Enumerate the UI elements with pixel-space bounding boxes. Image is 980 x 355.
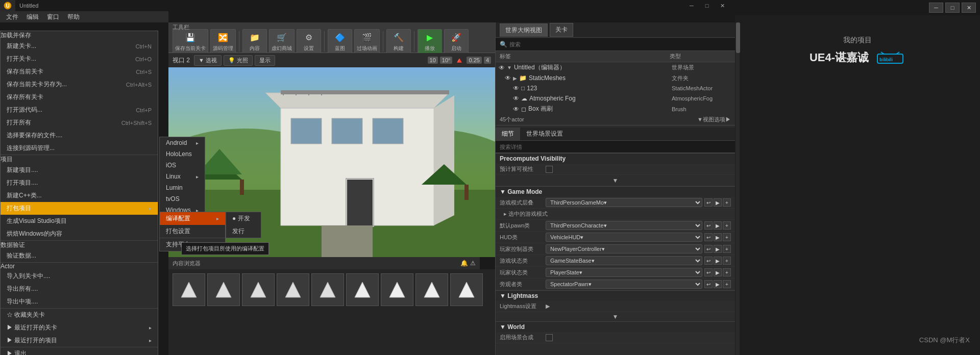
- menu-save-as[interactable]: 保存当前关卡另存为...Ctrl+Alt+S: [1, 78, 158, 91]
- brand-restore-btn[interactable]: □: [945, 3, 960, 13]
- menu-cook-windows[interactable]: 烘焙Windows的内容: [1, 227, 158, 240]
- gs-add-btn[interactable]: +: [723, 257, 731, 265]
- menu-open-project[interactable]: 打开项目....: [1, 176, 158, 189]
- platform-hololens[interactable]: HoloLens: [160, 148, 205, 160]
- ps-add-btn[interactable]: +: [723, 268, 731, 276]
- spec-browse-btn[interactable]: ▶: [714, 280, 722, 288]
- asset-item-8[interactable]: [415, 273, 448, 306]
- compile-release[interactable]: 发行: [226, 225, 261, 238]
- menu-recent-projects[interactable]: ▶ 最近打开的项目▸: [1, 334, 158, 347]
- menu-gen-vs[interactable]: 生成Visual Studio项目: [1, 215, 158, 227]
- spec-add-btn[interactable]: +: [723, 280, 731, 288]
- select-game-state[interactable]: GameStateBase▾: [546, 256, 702, 265]
- menu-open-all[interactable]: 打开所有Ctrl+Shift+S: [1, 116, 158, 129]
- pc-add-btn[interactable]: +: [723, 245, 731, 253]
- gs-browse-btn[interactable]: ▶: [714, 257, 722, 265]
- menu-save-all[interactable]: 保存所有关卡: [1, 91, 158, 104]
- asset-item-7[interactable]: [381, 273, 413, 306]
- asset-item-9[interactable]: [450, 273, 483, 306]
- ps-reset-btn[interactable]: ↩: [704, 268, 713, 276]
- menu-recent-levels[interactable]: ▶ 最近打开的关卡▸: [1, 321, 158, 334]
- gs-reset-btn[interactable]: ↩: [704, 257, 713, 265]
- menu-exit[interactable]: ▶ 退出: [1, 347, 158, 355]
- detail-search-input[interactable]: [500, 144, 731, 150]
- menu-bookmarks[interactable]: ☆ 收藏夹关卡: [1, 309, 158, 321]
- tab-levels[interactable]: 关卡: [550, 23, 573, 37]
- pawn-browse-btn[interactable]: ▶: [714, 221, 722, 230]
- outliner-item-box[interactable]: 👁 ◻ Box 画刷 Brush: [496, 104, 735, 114]
- view-options-btn[interactable]: ▼视图选项▶: [697, 116, 731, 123]
- pawn-add-btn[interactable]: +: [723, 221, 731, 230]
- toolbar-content-btn[interactable]: 📁 内容: [242, 29, 267, 54]
- menu-validate[interactable]: 验证数据...: [1, 249, 158, 262]
- platform-linux[interactable]: Linux▸: [160, 171, 205, 182]
- menu-package-project[interactable]: 打包项目▸: [1, 202, 158, 215]
- compile-config-item[interactable]: 编译配置▸: [160, 212, 225, 225]
- menu-open-level[interactable]: 打开关卡...Ctrl+O: [1, 53, 158, 65]
- spec-reset-btn[interactable]: ↩: [704, 280, 713, 288]
- compile-dev[interactable]: ● 开发: [226, 212, 261, 225]
- pc-reset-btn[interactable]: ↩: [704, 245, 713, 253]
- pawn-reset-btn[interactable]: ↩: [704, 221, 713, 230]
- maximize-button[interactable]: □: [699, 0, 715, 11]
- tab-world-outliner[interactable]: 世界大纲视图: [500, 23, 548, 37]
- brand-close-btn[interactable]: ✕: [962, 3, 976, 13]
- outliner-search-input[interactable]: [509, 41, 731, 47]
- minimize-button[interactable]: ─: [684, 0, 699, 11]
- toolbar-marketplace-btn[interactable]: 🛒 虚幻商城: [269, 29, 295, 54]
- toolbar-play-btn[interactable]: ▶ 播放: [418, 29, 442, 54]
- scroll-thumb[interactable]: [736, 22, 740, 53]
- hud-browse-btn[interactable]: ▶: [714, 233, 722, 241]
- platform-lumin[interactable]: Lumin: [160, 182, 205, 193]
- viewport-show[interactable]: 显示: [255, 55, 275, 66]
- toolbar-blueprint-btn[interactable]: 🔷 蓝图: [328, 29, 352, 54]
- platform-ios[interactable]: iOS: [160, 160, 205, 171]
- ps-browse-btn[interactable]: ▶: [714, 268, 722, 276]
- select-player-controller[interactable]: NewPlayerController▾: [546, 244, 702, 253]
- asset-item-1[interactable]: [173, 273, 205, 306]
- toolbar-launch-btn[interactable]: 🚀 启动: [444, 29, 469, 54]
- brand-minimize-btn[interactable]: ─: [929, 3, 943, 13]
- menu-select-save[interactable]: 选择要保存的文件....: [1, 129, 158, 142]
- outliner-item-untitled[interactable]: 👁 ▼ Untitled（编辑器） 世界场景: [496, 62, 735, 73]
- menu-edit[interactable]: 编辑: [22, 12, 43, 22]
- asset-item-6[interactable]: [346, 273, 379, 306]
- menu-export-all[interactable]: 导出所有....: [1, 283, 158, 295]
- toolbar-settings-btn[interactable]: ⚙ 设置: [297, 29, 321, 54]
- menu-open-source[interactable]: 打开源代码...Ctrl+P: [1, 104, 158, 116]
- menu-file[interactable]: 文件: [2, 12, 22, 22]
- select-default-pawn[interactable]: ThirdPersonCharacte▾: [546, 221, 702, 230]
- platform-tvos[interactable]: tvOS: [160, 193, 205, 205]
- checkbox-world-composition[interactable]: [546, 334, 553, 341]
- outliner-item-123[interactable]: 👁 □ 123 StaticMeshActor: [496, 83, 735, 93]
- menu-connect-source[interactable]: 连接到源码管理...: [1, 142, 158, 155]
- menu-export-selected[interactable]: 导出中项....: [1, 295, 158, 308]
- hud-add-btn[interactable]: +: [723, 233, 731, 241]
- select-hud[interactable]: VehicleHUD▾: [546, 233, 702, 242]
- menu-save-level[interactable]: 保存当前关卡Ctrl+S: [1, 65, 158, 78]
- viewport-lighting[interactable]: 💡 光照: [224, 55, 253, 66]
- asset-item-3[interactable]: [242, 273, 275, 306]
- asset-item-5[interactable]: [311, 273, 344, 306]
- select-gamemode-overlay[interactable]: ThirdPersonGameMo▾: [546, 198, 702, 207]
- outliner-item-atmos[interactable]: 👁 ☁ Atmospheric Fog AtmosphericFog: [496, 93, 735, 104]
- gamemode-add-btn[interactable]: +: [723, 198, 731, 207]
- checkbox-precomputed[interactable]: [546, 166, 553, 173]
- asset-item-4[interactable]: [277, 273, 309, 306]
- toolbar-cinematic-btn[interactable]: 🎬 过场动画: [354, 29, 380, 54]
- platform-android[interactable]: Android▸: [160, 137, 205, 148]
- menu-window[interactable]: 窗口: [43, 12, 63, 22]
- pc-browse-btn[interactable]: ▶: [714, 245, 722, 253]
- viewport-view-select[interactable]: ▼ 选视: [194, 55, 222, 66]
- gamemode-reset-btn[interactable]: ↩: [704, 198, 713, 207]
- tab-world-settings[interactable]: 世界场景设置: [520, 128, 569, 140]
- select-player-state[interactable]: PlayerState▾: [546, 268, 702, 277]
- toolbar-save-btn[interactable]: 💾 保存当前关卡: [173, 29, 208, 54]
- hud-reset-btn[interactable]: ↩: [704, 233, 713, 241]
- outliner-item-staticmeshes[interactable]: 👁 ▶ 📁 StaticMeshes 文件夹: [496, 73, 735, 83]
- tab-details[interactable]: 细节: [496, 128, 520, 140]
- toolbar-source-btn[interactable]: 🔀 源码管理: [210, 29, 236, 54]
- menu-new-project[interactable]: 新建项目....: [1, 164, 158, 176]
- right-scrollbar[interactable]: [736, 22, 740, 355]
- package-settings-item[interactable]: 打包设置: [160, 225, 225, 238]
